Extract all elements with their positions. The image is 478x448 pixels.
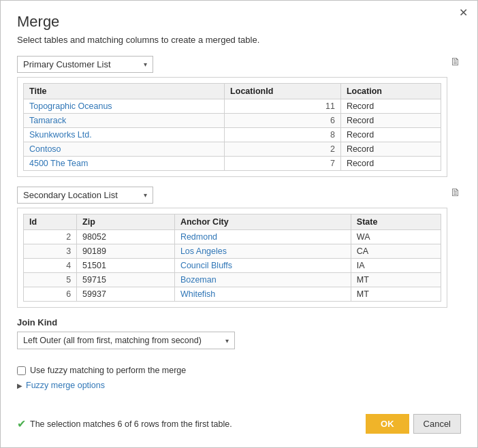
table-row[interactable]: Topographic Oceanus11Record	[24, 99, 441, 114]
fuzzy-options-label: Fuzzy merge options	[26, 381, 105, 390]
secondary-cell-id: 5	[24, 273, 77, 287]
fuzzy-checkbox[interactable]	[17, 366, 26, 375]
primary-cell-location: Record	[340, 142, 441, 157]
primary-cell-title: Tamarack	[24, 114, 225, 128]
merge-dialog: ✕ Merge Select tables and matching colum…	[0, 0, 478, 448]
primary-cell-title: Skunkworks Ltd.	[24, 128, 225, 142]
primary-col-location: Location	[340, 84, 441, 99]
secondary-table: Id Zip Anchor City State 298052RedmondWA…	[23, 214, 441, 302]
primary-cell-title: 4500 The Team	[24, 157, 225, 171]
table-row[interactable]: 559715BozemanMT	[24, 273, 441, 287]
primary-dropdown-arrow: ▾	[144, 61, 147, 68]
status-row: ✔ The selection matches 6 of 6 rows from…	[17, 407, 461, 434]
secondary-cell-state: WA	[351, 230, 441, 244]
status-text: The selection matches 6 of 6 rows from t…	[30, 419, 362, 429]
status-check-icon: ✔	[17, 417, 26, 430]
secondary-table-icon[interactable]: 🗎	[450, 187, 461, 199]
fuzzy-options-row[interactable]: ▶ Fuzzy merge options	[17, 381, 461, 390]
secondary-col-state: State	[351, 214, 441, 230]
primary-cell-location: Record	[340, 157, 441, 171]
primary-cell-locationid: 2	[225, 142, 341, 157]
secondary-col-zip: Zip	[77, 214, 175, 230]
primary-table-container: Title LocationId Location Topographic Oc…	[17, 77, 447, 177]
secondary-dropdown-label: Secondary Location List	[23, 190, 138, 200]
secondary-cell-id: 6	[24, 287, 77, 302]
primary-dropdown[interactable]: Primary Customer List ▾	[17, 56, 153, 73]
primary-col-locationid: LocationId	[225, 84, 341, 99]
table-row[interactable]: 298052RedmondWA	[24, 230, 441, 244]
secondary-cell-state: MT	[351, 273, 441, 287]
secondary-cell-id: 2	[24, 230, 77, 244]
table-row[interactable]: 659937WhitefishMT	[24, 287, 441, 302]
fuzzy-checkbox-label: Use fuzzy matching to perform the merge	[30, 366, 186, 375]
secondary-cell-state: CA	[351, 244, 441, 259]
fuzzy-checkbox-row: Use fuzzy matching to perform the merge	[17, 366, 461, 375]
primary-cell-title: Contoso	[24, 142, 225, 157]
primary-cell-title: Topographic Oceanus	[24, 99, 225, 114]
secondary-col-anchorcity: Anchor City	[174, 214, 351, 230]
join-kind-arrow: ▾	[225, 337, 229, 345]
secondary-table-container: Id Zip Anchor City State 298052RedmondWA…	[17, 208, 447, 308]
primary-table-icon[interactable]: 🗎	[450, 56, 461, 68]
primary-cell-location: Record	[340, 114, 441, 128]
join-kind-selected: Left Outer (all from first, matching fro…	[23, 336, 220, 345]
secondary-section: Secondary Location List ▾ Id Zip Anchor …	[17, 187, 461, 308]
table-row[interactable]: 451501Council BluffsIA	[24, 259, 441, 273]
secondary-cell-id: 4	[24, 259, 77, 273]
primary-section: Primary Customer List ▾ Title LocationId…	[17, 56, 461, 177]
secondary-cell-id: 3	[24, 244, 77, 259]
secondary-dropdown-arrow: ▾	[144, 191, 147, 199]
primary-dropdown-label: Primary Customer List	[23, 59, 138, 69]
join-kind-dropdown[interactable]: Left Outer (all from first, matching fro…	[17, 332, 235, 349]
primary-cell-locationid: 6	[225, 114, 341, 128]
cancel-button[interactable]: Cancel	[413, 414, 461, 434]
buttons-row: OK Cancel	[366, 414, 461, 434]
fuzzy-options-chevron: ▶	[17, 382, 22, 389]
secondary-cell-anchorcity: Whitefish	[174, 287, 351, 302]
primary-cell-locationid: 7	[225, 157, 341, 171]
secondary-cell-state: MT	[351, 287, 441, 302]
primary-col-title: Title	[24, 84, 225, 99]
primary-table: Title LocationId Location Topographic Oc…	[23, 83, 441, 171]
table-row[interactable]: Skunkworks Ltd.8Record	[24, 128, 441, 142]
dialog-subtitle: Select tables and matching columns to cr…	[17, 35, 461, 45]
secondary-cell-anchorcity: Los Angeles	[174, 244, 351, 259]
secondary-cell-anchorcity: Bozeman	[174, 273, 351, 287]
join-kind-label: Join Kind	[17, 317, 461, 327]
secondary-col-id: Id	[24, 214, 77, 230]
secondary-cell-zip: 59715	[77, 273, 175, 287]
secondary-cell-anchorcity: Redmond	[174, 230, 351, 244]
primary-cell-location: Record	[340, 128, 441, 142]
primary-cell-location: Record	[340, 99, 441, 114]
secondary-dropdown[interactable]: Secondary Location List ▾	[17, 187, 153, 204]
table-row[interactable]: Contoso2Record	[24, 142, 441, 157]
secondary-cell-zip: 59937	[77, 287, 175, 302]
primary-cell-locationid: 8	[225, 128, 341, 142]
table-row[interactable]: 4500 The Team7Record	[24, 157, 441, 171]
ok-button[interactable]: OK	[366, 414, 409, 434]
secondary-cell-zip: 98052	[77, 230, 175, 244]
secondary-cell-anchorcity: Council Bluffs	[174, 259, 351, 273]
primary-cell-locationid: 11	[225, 99, 341, 114]
close-button[interactable]: ✕	[459, 7, 468, 18]
secondary-cell-state: IA	[351, 259, 441, 273]
secondary-cell-zip: 51501	[77, 259, 175, 273]
secondary-cell-zip: 90189	[77, 244, 175, 259]
join-kind-section: Join Kind Left Outer (all from first, ma…	[17, 317, 461, 356]
dialog-title: Merge	[17, 13, 461, 31]
table-row[interactable]: Tamarack6Record	[24, 114, 441, 128]
table-row[interactable]: 390189Los AngelesCA	[24, 244, 441, 259]
